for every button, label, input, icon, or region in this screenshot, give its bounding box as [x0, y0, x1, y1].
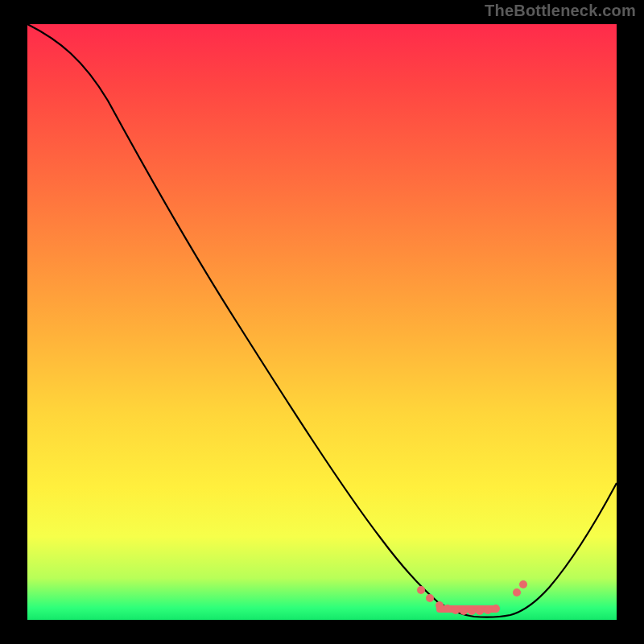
svg-point-0	[417, 586, 425, 594]
highlight-dots	[417, 580, 527, 615]
svg-point-1	[426, 594, 434, 602]
svg-point-11	[513, 588, 521, 597]
svg-point-7	[468, 607, 476, 615]
chart-frame: TheBottleneck.com	[0, 0, 644, 644]
svg-point-3	[436, 601, 444, 609]
plot-area	[27, 24, 617, 620]
svg-point-10	[492, 605, 500, 613]
watermark-text: TheBottleneck.com	[485, 2, 636, 20]
bottleneck-curve	[27, 24, 617, 617]
svg-point-6	[460, 607, 468, 615]
svg-point-5	[452, 606, 460, 614]
curve-svg	[27, 24, 617, 620]
svg-point-12	[519, 580, 527, 588]
svg-point-8	[476, 607, 484, 615]
svg-point-4	[444, 605, 452, 613]
svg-point-9	[484, 606, 492, 614]
